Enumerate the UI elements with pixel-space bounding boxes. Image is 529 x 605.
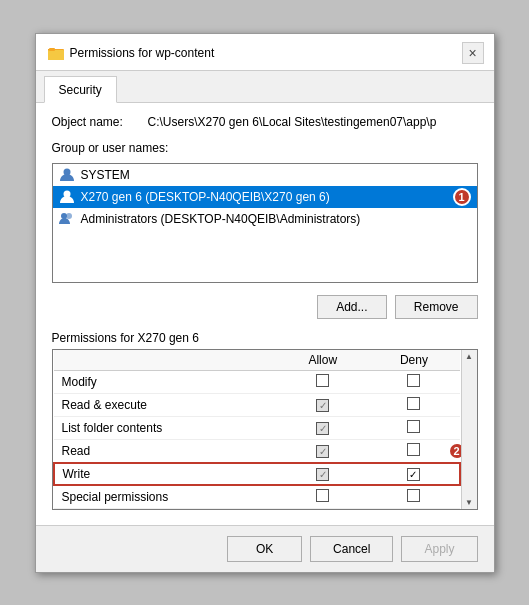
folder-icon — [48, 45, 64, 61]
cb-allow-write[interactable] — [316, 468, 329, 481]
perm-row-read-execute: Read & execute — [54, 393, 460, 416]
user-item-admins[interactable]: Administrators (DESKTOP-N40QEIB\Administ… — [53, 208, 477, 230]
perm-allow-read-execute[interactable] — [277, 393, 368, 416]
cb-allow-read[interactable] — [316, 445, 329, 458]
perm-row-read: Read 2 — [54, 439, 460, 463]
perm-allow-read[interactable] — [277, 439, 368, 463]
user-name-x270: X270 gen 6 (DESKTOP-N40QEIB\X270 gen 6) — [81, 190, 330, 204]
badge-1: 1 — [453, 188, 471, 206]
object-name-row: Object name: C:\Users\X270 gen 6\Local S… — [52, 115, 478, 129]
col-deny: Deny — [368, 350, 459, 371]
user-item-x270[interactable]: X270 gen 6 (DESKTOP-N40QEIB\X270 gen 6) … — [53, 186, 477, 208]
perm-deny-read[interactable]: 2 — [368, 439, 459, 463]
svg-rect-2 — [48, 50, 64, 60]
permissions-table-inner: Allow Deny Modify — [53, 350, 461, 509]
tabs-bar: Security — [36, 71, 494, 103]
cb-deny-read-execute[interactable] — [407, 397, 420, 410]
perm-name-read-execute: Read & execute — [54, 393, 278, 416]
perm-name-write: Write — [54, 463, 278, 485]
apply-button[interactable]: Apply — [401, 536, 477, 562]
add-remove-row: Add... Remove — [52, 295, 478, 319]
perm-name-modify: Modify — [54, 370, 278, 393]
perm-deny-modify[interactable] — [368, 370, 459, 393]
close-button[interactable]: × — [462, 42, 484, 64]
cb-allow-special[interactable] — [316, 489, 329, 502]
col-allow: Allow — [277, 350, 368, 371]
object-name-label: Object name: — [52, 115, 142, 129]
dialog-content: Object name: C:\Users\X270 gen 6\Local S… — [36, 103, 494, 525]
user-name-system: SYSTEM — [81, 168, 130, 182]
permissions-table: Allow Deny Modify — [53, 350, 461, 509]
svg-rect-3 — [49, 48, 55, 51]
perm-deny-read-execute[interactable] — [368, 393, 459, 416]
cb-allow-modify[interactable] — [316, 374, 329, 387]
ok-button[interactable]: OK — [227, 536, 302, 562]
cb-deny-write[interactable] — [407, 468, 420, 481]
perm-deny-write[interactable] — [368, 463, 459, 485]
perm-allow-write[interactable] — [277, 463, 368, 485]
svg-point-7 — [66, 213, 72, 219]
perm-allow-list[interactable] — [277, 416, 368, 439]
user-item-system[interactable]: SYSTEM — [53, 164, 477, 186]
user-icon-admins — [59, 211, 75, 227]
user-list[interactable]: SYSTEM X270 gen 6 (DESKTOP-N40QEIB\X270 … — [52, 163, 478, 283]
perm-row-list: List folder contents — [54, 416, 460, 439]
group-label: Group or user names: — [52, 141, 478, 155]
perm-allow-modify[interactable] — [277, 370, 368, 393]
permissions-section: Permissions for X270 gen 6 Allow Deny — [52, 331, 478, 510]
title-bar-left: Permissions for wp-content — [48, 45, 215, 61]
permissions-table-wrapper: Allow Deny Modify — [52, 349, 478, 510]
permissions-title: Permissions for X270 gen 6 — [52, 331, 478, 345]
perm-deny-list[interactable] — [368, 416, 459, 439]
user-name-admins: Administrators (DESKTOP-N40QEIB\Administ… — [81, 212, 361, 226]
perm-name-list: List folder contents — [54, 416, 278, 439]
cb-allow-read-execute[interactable] — [316, 399, 329, 412]
add-button[interactable]: Add... — [317, 295, 387, 319]
badge-2: 2 — [448, 442, 461, 460]
perm-name-read: Read — [54, 439, 278, 463]
col-permission — [54, 350, 278, 371]
perm-row-modify: Modify — [54, 370, 460, 393]
perm-name-special: Special permissions — [54, 485, 278, 509]
object-name-value: C:\Users\X270 gen 6\Local Sites\testinge… — [148, 115, 437, 129]
cb-deny-list[interactable] — [407, 420, 420, 433]
tab-security[interactable]: Security — [44, 76, 117, 103]
user-icon-x270 — [59, 189, 75, 205]
cb-deny-modify[interactable] — [407, 374, 420, 387]
remove-button[interactable]: Remove — [395, 295, 478, 319]
perm-row-write: Write — [54, 463, 460, 485]
scrollbar[interactable]: ▲ ▼ — [461, 350, 477, 509]
perm-row-special: Special permissions — [54, 485, 460, 509]
cb-deny-special[interactable] — [407, 489, 420, 502]
dialog-footer: OK Cancel Apply — [36, 525, 494, 572]
perm-allow-special[interactable] — [277, 485, 368, 509]
scroll-up-arrow[interactable]: ▲ — [465, 352, 473, 361]
perm-deny-special[interactable] — [368, 485, 459, 509]
dialog-title: Permissions for wp-content — [70, 46, 215, 60]
title-bar: Permissions for wp-content × — [36, 34, 494, 71]
scroll-down-arrow[interactable]: ▼ — [465, 498, 473, 507]
cb-deny-read[interactable] — [407, 443, 420, 456]
permissions-dialog: Permissions for wp-content × Security Ob… — [35, 33, 495, 573]
user-list-wrapper: SYSTEM X270 gen 6 (DESKTOP-N40QEIB\X270 … — [52, 163, 478, 283]
cancel-button[interactable]: Cancel — [310, 536, 393, 562]
cb-allow-list[interactable] — [316, 422, 329, 435]
user-icon-system — [59, 167, 75, 183]
